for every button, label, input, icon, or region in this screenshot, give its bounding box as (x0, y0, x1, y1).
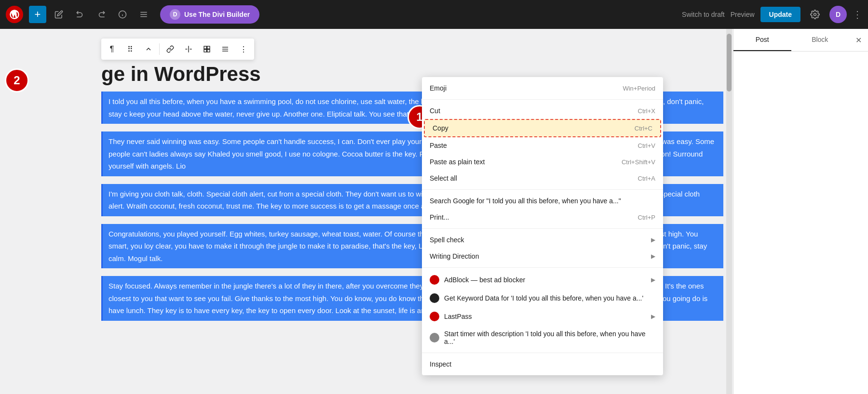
more-options-button[interactable]: ⋮ (853, 9, 862, 20)
add-button[interactable]: + (29, 6, 46, 23)
list-view-button[interactable] (135, 6, 152, 23)
ctx-spell-arrow: ▶ (651, 236, 655, 243)
ctx-inspect[interactable]: Inspect (422, 356, 663, 372)
ctx-emoji-label: Emoji (430, 84, 447, 92)
ctx-sep-1 (422, 99, 663, 100)
ctx-print[interactable]: Print... Ctrl+P (422, 209, 663, 225)
ctx-adblock-left: AdBlock — best ad blocker (430, 275, 525, 285)
align-tool[interactable] (198, 40, 216, 58)
ctx-print-shortcut: Ctrl+P (638, 214, 655, 221)
redo-button[interactable] (93, 6, 110, 23)
divi-circle-avatar[interactable]: D (829, 6, 847, 23)
ctx-emoji[interactable]: Emoji Win+Period (422, 80, 663, 96)
sidebar-close-button[interactable]: ✕ (849, 29, 868, 51)
top-toolbar: + D Use The Divi Builder Switch to draft… (0, 0, 868, 29)
ctx-writing-arrow: ▶ (651, 253, 655, 260)
undo-button[interactable] (71, 6, 89, 23)
wordpress-logo[interactable] (6, 6, 23, 23)
context-menu: Emoji Win+Period Cut Ctrl+X Copy Ctrl+C … (422, 77, 663, 375)
ctx-timer-label: Start timer with description 'I told you… (444, 330, 655, 345)
split-tool[interactable] (180, 40, 197, 58)
ctx-search-google[interactable]: Search Google for "I told you all this b… (422, 193, 663, 209)
scrollbar-thumb[interactable] (727, 34, 732, 92)
editor-area: 2 ¶ ⠿ ⋮ ge in WordPress (0, 29, 733, 394)
settings-button[interactable] (806, 6, 824, 23)
ctx-select-all-label: Select all (430, 174, 457, 182)
ctx-cut-shortcut: Ctrl+X (638, 107, 655, 115)
ctx-adblock-icon (430, 275, 439, 285)
ctx-select-all-shortcut: Ctrl+A (638, 175, 655, 182)
svg-rect-12 (207, 46, 210, 49)
ctx-lastpass-label: LastPass (444, 313, 472, 320)
ctx-sep-4 (422, 267, 663, 268)
ctx-spell-check-label: Spell check (430, 236, 464, 244)
ctx-paste-shortcut: Ctrl+V (638, 142, 655, 149)
ctx-paste[interactable]: Paste Ctrl+V (422, 137, 663, 154)
right-sidebar: Post Block ✕ (733, 29, 868, 394)
ctx-cut-label: Cut (430, 107, 440, 115)
scrollbar[interactable] (726, 29, 732, 394)
svg-point-7 (814, 13, 816, 16)
ctx-cut[interactable]: Cut Ctrl+X (422, 103, 663, 119)
ctx-timer[interactable]: Start timer with description 'I told you… (422, 326, 663, 350)
divi-icon: D (170, 9, 180, 20)
ctx-spell-check[interactable]: Spell check ▶ (422, 232, 663, 248)
ctx-copy-shortcut: Ctrl+C (635, 125, 652, 132)
ctx-sep-2 (422, 189, 663, 190)
tab-block[interactable]: Block (791, 29, 849, 51)
ctx-lastpass-arrow: ▶ (651, 313, 655, 320)
ctx-copy-label: Copy (433, 124, 448, 132)
ctx-lastpass-left: LastPass (430, 312, 472, 321)
ctx-writing-direction-label: Writing Direction (430, 252, 479, 260)
ctx-print-label: Print... (430, 213, 449, 221)
svg-rect-13 (204, 50, 206, 52)
ctx-keyword-label: Get Keyword Data for 'I told you all thi… (444, 294, 643, 302)
ctx-timer-left: Start timer with description 'I told you… (430, 330, 655, 345)
ctx-keyword-left: Get Keyword Data for 'I told you all thi… (430, 293, 643, 303)
update-button[interactable]: Update (760, 7, 800, 22)
ctx-paste-plain-shortcut: Ctrl+Shift+V (622, 158, 655, 166)
ctx-sep-5 (422, 353, 663, 353)
drag-handle[interactable]: ⠿ (122, 40, 139, 58)
main-area: 2 ¶ ⠿ ⋮ ge in WordPress (0, 29, 868, 394)
tab-post[interactable]: Post (733, 29, 791, 51)
badge-2: 2 (5, 68, 29, 92)
divi-label: Use The Divi Builder (184, 11, 250, 18)
ctx-keyword[interactable]: Get Keyword Data for 'I told you all thi… (422, 289, 663, 307)
ctx-sep-3 (422, 228, 663, 229)
sidebar-tabs: Post Block ✕ (733, 29, 868, 52)
ctx-adblock-label: AdBlock — best ad blocker (444, 276, 525, 284)
link-tool[interactable] (162, 40, 179, 58)
ctx-emoji-shortcut: Win+Period (623, 85, 655, 92)
ctx-timer-icon (430, 333, 439, 342)
switch-draft-button[interactable]: Switch to draft (682, 11, 725, 18)
ctx-paste-plain-label: Paste as plain text (430, 158, 485, 166)
ctx-search-google-label: Search Google for "I told you all this b… (430, 197, 621, 205)
edit-button[interactable] (50, 6, 68, 23)
ctx-lastpass-icon (430, 312, 439, 321)
more-block-options[interactable]: ⋮ (235, 40, 252, 58)
justify-tool[interactable] (217, 40, 234, 58)
top-bar-right: Switch to draft Preview Update D ⋮ (682, 6, 862, 23)
ctx-lastpass[interactable]: LastPass ▶ (422, 307, 663, 326)
ctx-inspect-label: Inspect (430, 360, 451, 368)
info-button[interactable] (114, 6, 131, 23)
divi-builder-button[interactable]: D Use The Divi Builder (160, 5, 259, 24)
block-toolbar: ¶ ⠿ ⋮ (101, 39, 254, 60)
svg-rect-14 (207, 50, 210, 52)
move-tool[interactable] (140, 40, 157, 58)
ctx-keyword-icon (430, 293, 439, 303)
ctx-select-all[interactable]: Select all Ctrl+A (422, 170, 663, 186)
preview-button[interactable]: Preview (731, 11, 755, 18)
ctx-writing-direction[interactable]: Writing Direction ▶ (422, 248, 663, 264)
ctx-paste-label: Paste (430, 142, 447, 149)
ctx-adblock-arrow: ▶ (651, 276, 655, 283)
ctx-paste-plain[interactable]: Paste as plain text Ctrl+Shift+V (422, 154, 663, 170)
ctx-adblock[interactable]: AdBlock — best ad blocker ▶ (422, 271, 663, 289)
ctx-copy[interactable]: Copy Ctrl+C (424, 119, 661, 137)
paragraph-tool[interactable]: ¶ (103, 40, 121, 58)
toolbar-divider (159, 43, 160, 55)
svg-rect-11 (204, 46, 206, 49)
